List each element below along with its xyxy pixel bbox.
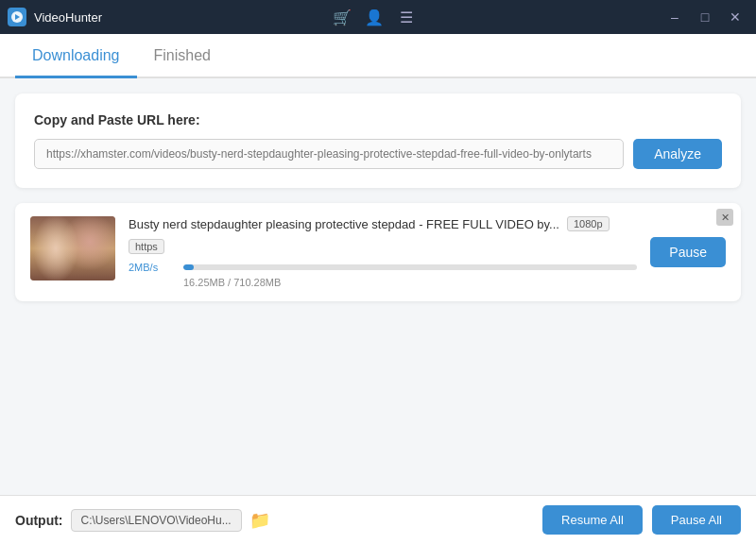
pause-all-button[interactable]: Pause All — [652, 505, 741, 535]
download-title-row: Busty nerd stepdaughter pleasing protect… — [129, 216, 637, 254]
title-bar-controls: – □ ✕ — [662, 6, 748, 28]
download-card-inner: Busty nerd stepdaughter pleasing protect… — [30, 216, 726, 288]
tab-finished[interactable]: Finished — [137, 34, 228, 78]
pause-button[interactable]: Pause — [650, 237, 726, 267]
footer: Output: C:\Users\LENOVO\VideoHu... 📁 Res… — [0, 495, 756, 544]
footer-buttons: Resume All Pause All — [542, 505, 741, 535]
title-bar-left: VideoHunter — [8, 8, 102, 26]
app-title: VideoHunter — [34, 10, 102, 25]
download-title: Busty nerd stepdaughter pleasing protect… — [129, 217, 559, 231]
download-speed: 2MB/s — [129, 262, 176, 273]
url-card: Copy and Paste URL here: Analyze — [15, 94, 741, 188]
tab-downloading[interactable]: Downloading — [15, 34, 137, 78]
url-label: Copy and Paste URL here: — [34, 112, 722, 128]
menu-icon[interactable]: ☰ — [393, 4, 420, 30]
main-content: Downloading Finished Copy and Paste URL … — [0, 34, 756, 544]
download-card: ✕ Busty nerd stepdaughter pleasing prote… — [15, 203, 741, 301]
title-bar: VideoHunter 🛒 👤 ☰ – □ ✕ — [0, 0, 756, 34]
minimize-button[interactable]: – — [662, 6, 688, 28]
file-size-label: 16.25MB / 710.28MB — [183, 277, 637, 288]
output-path: C:\Users\LENOVO\VideoHu... — [71, 509, 242, 532]
progress-row: 2MB/s — [129, 262, 637, 273]
close-item-button[interactable]: ✕ — [716, 209, 733, 226]
url-input-row: Analyze — [34, 139, 722, 169]
cart-icon[interactable]: 🛒 — [329, 4, 355, 30]
resume-all-button[interactable]: Resume All — [542, 505, 643, 535]
progress-bar-fill — [183, 264, 194, 270]
output-section: Output: C:\Users\LENOVO\VideoHu... 📁 — [15, 509, 270, 532]
user-icon[interactable]: 👤 — [361, 4, 387, 30]
tabs-bar: Downloading Finished — [0, 34, 756, 78]
analyze-button[interactable]: Analyze — [633, 139, 722, 169]
content-area: Copy and Paste URL here: Analyze ✕ Busty… — [0, 78, 756, 495]
folder-icon[interactable]: 📁 — [249, 510, 270, 531]
download-info: Busty nerd stepdaughter pleasing protect… — [129, 216, 637, 288]
app-logo — [8, 8, 26, 26]
url-input[interactable] — [34, 139, 624, 169]
output-label: Output: — [15, 513, 63, 528]
maximize-button[interactable]: □ — [692, 6, 718, 28]
quality-badge: 1080p — [567, 216, 610, 231]
close-button[interactable]: ✕ — [722, 6, 748, 28]
video-thumbnail — [30, 216, 115, 280]
progress-bar-track — [183, 264, 637, 270]
title-bar-icons: 🛒 👤 ☰ — [329, 4, 420, 30]
protocol-badge: https — [129, 239, 164, 254]
